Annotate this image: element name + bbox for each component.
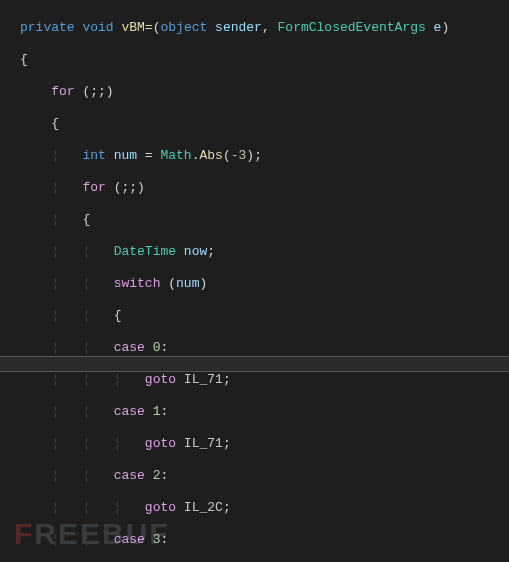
param-type: object — [160, 20, 207, 35]
var-name: now — [184, 244, 207, 259]
type-datetime: DateTime — [114, 244, 176, 259]
code-line: ¦ int num = Math.Abs(-3); — [20, 148, 509, 164]
param-name: sender — [215, 20, 262, 35]
keyword-for: for — [82, 180, 105, 195]
method-name: vBM= — [121, 20, 152, 35]
keyword-case: case — [114, 340, 145, 355]
code-line: private void vBM=(object sender, FormClo… — [20, 20, 509, 36]
var-ref: num — [176, 276, 199, 291]
keyword-goto: goto — [145, 436, 176, 451]
code-line: ¦ ¦ case 1: — [20, 404, 509, 420]
code-line: ¦ ¦ case 2: — [20, 468, 509, 484]
goto-label: IL_2C — [184, 500, 223, 515]
keyword-case: case — [114, 468, 145, 483]
code-line: { — [20, 116, 509, 132]
type-math: Math — [160, 148, 191, 163]
keyword-goto: goto — [145, 500, 176, 515]
var-name: num — [114, 148, 137, 163]
code-line: ¦ ¦ ¦ goto IL_71; — [20, 436, 509, 452]
keyword-void: void — [82, 20, 113, 35]
keyword-goto: goto — [145, 372, 176, 387]
code-line: ¦ ¦ case 0: — [20, 340, 509, 356]
code-line: ¦ ¦ ¦ goto IL_2C; — [20, 500, 509, 516]
goto-label: IL_71 — [184, 372, 223, 387]
method-abs: Abs — [200, 148, 223, 163]
code-line: ¦ for (;;) — [20, 180, 509, 196]
keyword-case: case — [114, 532, 145, 547]
code-editor[interactable]: private void vBM=(object sender, FormClo… — [0, 0, 509, 562]
keyword-case: case — [114, 404, 145, 419]
param-type: FormClosedEventArgs — [278, 20, 426, 35]
code-line: ¦ ¦ switch (num) — [20, 276, 509, 292]
keyword-for: for — [51, 84, 74, 99]
code-line: ¦ ¦ DateTime now; — [20, 244, 509, 260]
keyword-private: private — [20, 20, 75, 35]
code-line: { — [20, 52, 509, 68]
keyword-switch: switch — [114, 276, 161, 291]
code-line: ¦ ¦ ¦ goto IL_71; — [20, 372, 509, 388]
number-literal: -3 — [231, 148, 247, 163]
keyword-int: int — [82, 148, 105, 163]
for-condition: (;;) — [114, 180, 145, 195]
goto-label: IL_71 — [184, 436, 223, 451]
for-condition: (;;) — [82, 84, 113, 99]
code-line: for (;;) — [20, 84, 509, 100]
code-line: ¦ { — [20, 212, 509, 228]
code-line: ¦ ¦ case 3: — [20, 532, 509, 548]
code-line: ¦ ¦ { — [20, 308, 509, 324]
